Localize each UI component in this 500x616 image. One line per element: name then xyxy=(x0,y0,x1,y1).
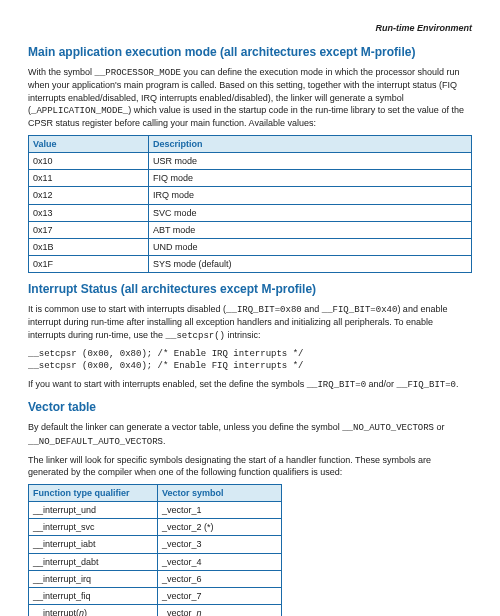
text: ) xyxy=(84,608,87,616)
cell: __interrupt_irq xyxy=(29,570,158,587)
text: __interrupt( xyxy=(33,608,79,616)
text: With the symbol xyxy=(28,67,95,77)
text: or xyxy=(434,422,445,432)
cell: SYS mode (default) xyxy=(148,256,471,273)
text: . xyxy=(456,379,459,389)
table-row: __interrupt_und_vector_1 xyxy=(29,502,282,519)
symbol-processor-mode: __PROCESSOR_MODE xyxy=(95,68,181,78)
th-description: Description xyxy=(148,136,471,153)
text: and xyxy=(302,304,322,314)
cell: _vector_2 (*) xyxy=(158,519,282,536)
table-row: 0x17ABT mode xyxy=(29,221,472,238)
cell: _vector_1 xyxy=(158,502,282,519)
code-setcpsr: __setcpsr() xyxy=(166,331,225,341)
vector-table: Function type qualifier Vector symbol __… xyxy=(28,484,282,616)
cell: FIQ mode xyxy=(148,170,471,187)
cell: __interrupt_und xyxy=(29,502,158,519)
table-row: __interrupt_dabt_vector_4 xyxy=(29,553,282,570)
cell: UND mode xyxy=(148,238,471,255)
cell: 0x1F xyxy=(29,256,149,273)
cell: 0x13 xyxy=(29,204,149,221)
cell: 0x12 xyxy=(29,187,149,204)
text: If you want to start with interrupts ena… xyxy=(28,379,307,389)
cell: 0x1B xyxy=(29,238,149,255)
table-row: 0x10USR mode xyxy=(29,153,472,170)
table-row: 0x11FIQ mode xyxy=(29,170,472,187)
th-vector-symbol: Vector symbol xyxy=(158,484,282,501)
symbol-application-mode: _APPLICATION_MODE_ xyxy=(31,106,128,116)
text: intrinsic: xyxy=(225,330,261,340)
section1-title: Main application execution mode (all arc… xyxy=(28,44,472,60)
cell: 0x10 xyxy=(29,153,149,170)
code-irq-bit: __IRQ_BIT=0x80 xyxy=(226,305,302,315)
code-block: __setcpsr (0x00, 0x80); /* Enable IRQ in… xyxy=(28,348,472,372)
code-fiq-bit: __FIQ_BIT=0x40 xyxy=(322,305,398,315)
code-no-default-auto-vectors: __NO_DEFAULT_AUTO_VECTORS xyxy=(28,437,163,447)
text: _vector_ xyxy=(162,608,197,616)
cell: 0x11 xyxy=(29,170,149,187)
section3-paragraph1: By default the linker can generate a vec… xyxy=(28,421,472,447)
text: and/or xyxy=(366,379,397,389)
table-row: __interrupt_svc_vector_2 (*) xyxy=(29,519,282,536)
code-irq-zero: __IRQ_BIT=0 xyxy=(307,380,366,390)
section2-title: Interrupt Status (all architectures exce… xyxy=(28,281,472,297)
cell: __interrupt_fiq xyxy=(29,587,158,604)
table-row: 0x1BUND mode xyxy=(29,238,472,255)
table-row: __interrupt_iabt_vector_3 xyxy=(29,536,282,553)
cell: _vector_3 xyxy=(158,536,282,553)
cell: _vector_7 xyxy=(158,587,282,604)
text: . xyxy=(163,436,166,446)
code-fiq-zero: __FIQ_BIT=0 xyxy=(397,380,456,390)
italic-n: n xyxy=(197,608,202,616)
cell: _vector_4 xyxy=(158,553,282,570)
section3-title: Vector table xyxy=(28,399,472,415)
section2-paragraph1: It is common use to start with interrupt… xyxy=(28,303,472,341)
cell: SVC mode xyxy=(148,204,471,221)
cell: _vector_6 xyxy=(158,570,282,587)
th-qualifier: Function type qualifier xyxy=(29,484,158,501)
code-no-auto-vectors: __NO_AUTO_VECTORS xyxy=(342,423,434,433)
cell: 0x17 xyxy=(29,221,149,238)
text: It is common use to start with interrupt… xyxy=(28,304,226,314)
table-row: __interrupt_fiq_vector_7 xyxy=(29,587,282,604)
text: By default the linker can generate a vec… xyxy=(28,422,342,432)
cell: __interrupt_iabt xyxy=(29,536,158,553)
cell: _vector_n xyxy=(158,604,282,616)
cell: __interrupt(n) xyxy=(29,604,158,616)
table-row: __interrupt_irq_vector_6 xyxy=(29,570,282,587)
cell: IRQ mode xyxy=(148,187,471,204)
section1-paragraph: With the symbol __PROCESSOR_MODE you can… xyxy=(28,66,472,129)
th-value: Value xyxy=(29,136,149,153)
section3-paragraph2: The linker will look for specific symbol… xyxy=(28,454,472,478)
cell: USR mode xyxy=(148,153,471,170)
cell: ABT mode xyxy=(148,221,471,238)
table-row: 0x1FSYS mode (default) xyxy=(29,256,472,273)
table-row: 0x12IRQ mode xyxy=(29,187,472,204)
cell: __interrupt_svc xyxy=(29,519,158,536)
table-row: 0x13SVC mode xyxy=(29,204,472,221)
section2-paragraph2: If you want to start with interrupts ena… xyxy=(28,378,472,391)
mode-table: Value Description 0x10USR mode 0x11FIQ m… xyxy=(28,135,472,273)
running-header: Run-time Environment xyxy=(28,22,472,34)
table-row: __interrupt(n) _vector_n xyxy=(29,604,282,616)
cell: __interrupt_dabt xyxy=(29,553,158,570)
